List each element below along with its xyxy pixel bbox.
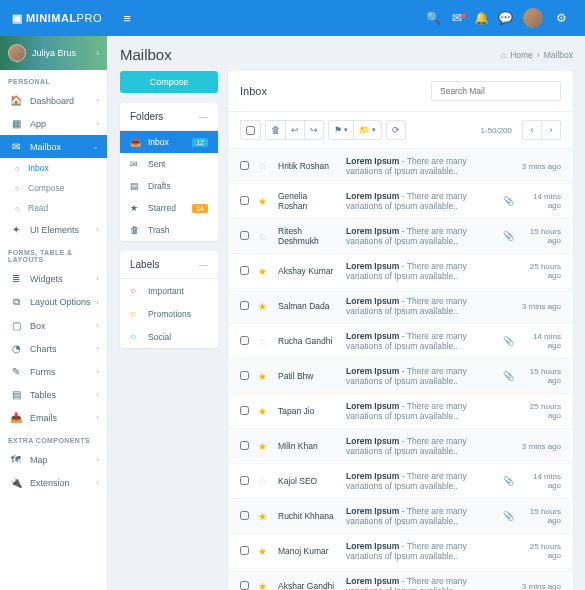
- label-social[interactable]: ○Social: [120, 325, 218, 348]
- nav-dashboard[interactable]: 🏠Dashboard›: [0, 89, 107, 112]
- star-icon[interactable]: ☆: [258, 161, 270, 172]
- row-checkbox[interactable]: [240, 406, 250, 417]
- nav-forms[interactable]: ✎Forms›: [0, 360, 107, 383]
- nav-map[interactable]: 🗺Map›: [0, 448, 107, 471]
- mail-row[interactable]: ☆Rucha GandhiLorem Ipsum - There are man…: [228, 324, 573, 359]
- row-checkbox[interactable]: [240, 581, 250, 591]
- nav-mailbox-read[interactable]: ○Read: [0, 198, 107, 218]
- star-icon[interactable]: ★: [258, 301, 270, 312]
- nav-tables[interactable]: ▤Tables›: [0, 383, 107, 406]
- sidebar-avatar: [8, 44, 26, 62]
- nav-layout-options[interactable]: ⧉Layout Options›: [0, 290, 107, 314]
- chat-icon[interactable]: 💬: [493, 11, 517, 25]
- row-checkbox[interactable]: [240, 196, 250, 207]
- row-checkbox[interactable]: [240, 301, 250, 312]
- timestamp: 15 hours ago: [521, 227, 561, 245]
- row-checkbox[interactable]: [240, 161, 250, 172]
- compose-button[interactable]: Compose: [120, 71, 218, 93]
- nav-app[interactable]: ▦App›: [0, 112, 107, 135]
- search-icon[interactable]: 🔍: [421, 11, 445, 25]
- flag-menu[interactable]: ⚑▾: [328, 120, 354, 140]
- message-preview: Lorem Ipsum - There are many variations …: [346, 226, 495, 246]
- label-promotions[interactable]: ○Promotions: [120, 302, 218, 325]
- caret-down-icon: ▾: [372, 126, 376, 134]
- star-icon[interactable]: ★: [258, 441, 270, 452]
- star-icon[interactable]: ★: [258, 406, 270, 417]
- nav-widgets[interactable]: ≣Widgets›: [0, 267, 107, 290]
- row-checkbox[interactable]: [240, 266, 250, 277]
- nav-mailbox[interactable]: ✉Mailbox⌄: [0, 135, 107, 158]
- row-checkbox[interactable]: [240, 336, 250, 347]
- crumb-current: Mailbox: [544, 50, 573, 60]
- mail-row[interactable]: ☆Kajol SEOLorem Ipsum - There are many v…: [228, 464, 573, 499]
- mail-row[interactable]: ★Salman DadaLorem Ipsum - There are many…: [228, 289, 573, 324]
- delete-button[interactable]: 🗑: [265, 120, 286, 140]
- star-icon[interactable]: ☆: [258, 231, 270, 242]
- nav-charts[interactable]: ◔Charts›: [0, 337, 107, 360]
- labels-title: Labels: [130, 259, 159, 270]
- star-icon[interactable]: ★: [258, 371, 270, 382]
- star-icon[interactable]: ★: [258, 266, 270, 277]
- brand-logo[interactable]: ▣ MINIMALPRO: [12, 12, 102, 25]
- mail-row[interactable]: ★Milin KhanLorem Ipsum - There are many …: [228, 429, 573, 464]
- sender: Akshay Kumar: [278, 266, 338, 276]
- nav-extension[interactable]: 🔌Extension›: [0, 471, 107, 494]
- row-checkbox[interactable]: [240, 511, 250, 522]
- collapse-icon[interactable]: —: [199, 260, 208, 270]
- search-input[interactable]: [431, 81, 561, 101]
- row-checkbox[interactable]: [240, 476, 250, 487]
- refresh-button[interactable]: ⟳: [386, 120, 406, 140]
- forward-button[interactable]: ↪: [304, 120, 324, 140]
- star-icon[interactable]: ★: [258, 546, 270, 557]
- collapse-icon[interactable]: —: [199, 112, 208, 122]
- sidebar-user[interactable]: Juliya Brus ›: [0, 36, 107, 70]
- next-page-button[interactable]: ›: [541, 120, 561, 140]
- star-icon[interactable]: ★: [258, 511, 270, 522]
- star-icon[interactable]: ★: [258, 581, 270, 591]
- nav-ui-elements[interactable]: ✦UI Elements›: [0, 218, 107, 241]
- row-checkbox[interactable]: [240, 231, 250, 242]
- prev-page-button[interactable]: ‹: [522, 120, 542, 140]
- home-icon[interactable]: ⌂: [501, 50, 506, 60]
- folder-trash[interactable]: 🗑Trash: [120, 219, 218, 241]
- sender: Milin Khan: [278, 441, 338, 451]
- bell-icon[interactable]: 🔔: [469, 11, 493, 25]
- mail-row[interactable]: ☆Ritesh DeshmukhLorem Ipsum - There are …: [228, 219, 573, 254]
- nav-mailbox-compose[interactable]: ○Compose: [0, 178, 107, 198]
- nav-mailbox-inbox[interactable]: ○Inbox: [0, 158, 107, 178]
- nav-emails[interactable]: 📥Emails›: [0, 406, 107, 429]
- folder-drafts[interactable]: ▤Drafts: [120, 175, 218, 197]
- mail-row[interactable]: ★Manoj KumarLorem Ipsum - There are many…: [228, 534, 573, 569]
- mail-row[interactable]: ★Akshay KumarLorem Ipsum - There are man…: [228, 254, 573, 289]
- row-checkbox[interactable]: [240, 441, 250, 452]
- mail-row[interactable]: ★Patil BhwLorem Ipsum - There are many v…: [228, 359, 573, 394]
- user-avatar[interactable]: [523, 8, 543, 28]
- folder-sent[interactable]: ✉Sent: [120, 153, 218, 175]
- star-icon[interactable]: ☆: [258, 336, 270, 347]
- inbox-title: Inbox: [240, 85, 267, 97]
- mail-row[interactable]: ★Tapan JioLorem Ipsum - There are many v…: [228, 394, 573, 429]
- star-icon[interactable]: ☆: [258, 476, 270, 487]
- timestamp: 25 hours ago: [521, 262, 561, 280]
- nav-box[interactable]: ▢Box›: [0, 314, 107, 337]
- label-important[interactable]: ○Important: [120, 279, 218, 302]
- folder-inbox[interactable]: 📥Inbox12: [120, 131, 218, 153]
- crumb-home[interactable]: Home: [510, 50, 533, 60]
- folder-starred[interactable]: ★Starred14: [120, 197, 218, 219]
- folder-menu[interactable]: 📁▾: [353, 120, 382, 140]
- select-all-checkbox[interactable]: [240, 120, 261, 140]
- menu-toggle-icon[interactable]: ≡: [112, 11, 142, 26]
- mail-row[interactable]: ★Akshar GandhiLorem Ipsum - There are ma…: [228, 569, 573, 590]
- gear-icon[interactable]: ⚙: [549, 11, 573, 25]
- message-preview: Lorem Ipsum - There are many variations …: [346, 156, 495, 176]
- mail-icon[interactable]: ✉: [445, 11, 469, 25]
- sender: Rucha Gandhi: [278, 336, 338, 346]
- row-checkbox[interactable]: [240, 371, 250, 382]
- mail-row[interactable]: ★Genelia RoshanLorem Ipsum - There are m…: [228, 184, 573, 219]
- folders-panel: Folders— 📥Inbox12 ✉Sent ▤Drafts ★Starred…: [120, 103, 218, 241]
- star-icon[interactable]: ★: [258, 196, 270, 207]
- mail-row[interactable]: ☆Hritik RoshanLorem Ipsum - There are ma…: [228, 149, 573, 184]
- reply-button[interactable]: ↩: [285, 120, 305, 140]
- row-checkbox[interactable]: [240, 546, 250, 557]
- mail-row[interactable]: ★Ruchit KhhanaLorem Ipsum - There are ma…: [228, 499, 573, 534]
